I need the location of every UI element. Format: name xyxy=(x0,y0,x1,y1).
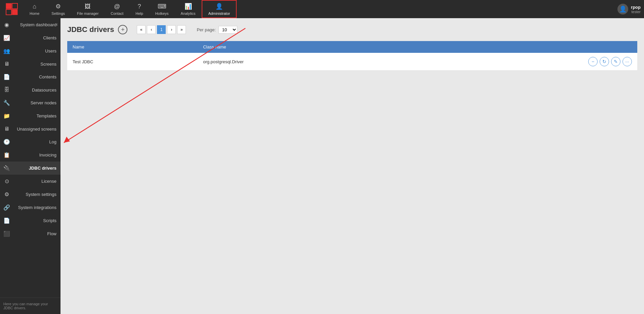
flow-icon: ⬛ xyxy=(3,231,10,237)
sidebar-flow-label: Flow xyxy=(13,231,56,236)
col-name: Name xyxy=(67,41,198,53)
sidebar-templates-label: Templates xyxy=(13,113,56,118)
nav-item-file-manager[interactable]: 🖼 File manager xyxy=(71,0,105,18)
sidebar-collapse-button[interactable]: ‹ xyxy=(56,22,58,27)
svg-rect-1 xyxy=(12,3,17,9)
edit-button[interactable]: ✎ xyxy=(611,57,620,66)
templates-icon: 📁 xyxy=(3,113,10,119)
jdbc-drivers-icon: 🔌 xyxy=(3,165,10,171)
pagination-prev-button[interactable]: ‹ xyxy=(147,25,156,34)
pagination-first-button[interactable]: « xyxy=(137,25,146,34)
page-header: JDBC drivers + « ‹ 1 › » Per page: 10 25… xyxy=(67,25,637,34)
nav-file-manager-label: File manager xyxy=(77,11,98,15)
sidebar-item-flow[interactable]: ⬛ Flow xyxy=(0,227,61,240)
nav-contact-label: Contact xyxy=(111,11,123,15)
scripts-icon: 📄 xyxy=(3,217,10,224)
invoicing-icon: 📋 xyxy=(3,152,10,158)
sidebar-item-screens[interactable]: 🖥 Screens xyxy=(0,58,61,70)
sidebar-users-label: Users xyxy=(13,48,56,54)
sidebar-contents-label: Contents xyxy=(13,74,56,79)
sidebar-invoicing-label: Invoicing xyxy=(13,152,56,158)
sidebar-item-jdbc-drivers[interactable]: 🔌 JDBC drivers xyxy=(0,162,61,175)
help-icon: ? xyxy=(138,3,141,10)
sidebar-item-license[interactable]: ⊙ License xyxy=(0,175,61,188)
sidebar-item-templates[interactable]: 📁 Templates xyxy=(0,109,61,123)
svg-rect-2 xyxy=(6,9,11,15)
nav-item-hotkeys[interactable]: ⌨ Hotkeys xyxy=(149,0,175,18)
user-profile[interactable]: 👤 rpop tester xyxy=(617,4,641,14)
sidebar-item-datasources[interactable]: 🗄 Datasources xyxy=(0,83,61,96)
sidebar-item-system-integrations[interactable]: 🔗 System integrations xyxy=(0,201,61,214)
delete-button[interactable]: − xyxy=(588,57,598,66)
home-icon: ⌂ xyxy=(33,3,36,10)
sidebar-item-clients[interactable]: 📈 Clients xyxy=(0,31,61,44)
svg-marker-5 xyxy=(64,137,70,143)
sidebar-item-system-dashboard[interactable]: ◉ System dashboard xyxy=(0,18,61,31)
nav-item-settings[interactable]: ⚙ Settings xyxy=(45,0,71,18)
pagination-last-button[interactable]: » xyxy=(177,25,186,34)
nav-administrator-label: Administrator xyxy=(208,11,230,15)
cell-actions: − ↻ ✎ ··· xyxy=(411,53,637,71)
users-icon: 👥 xyxy=(3,48,10,54)
nav-settings-label: Settings xyxy=(51,11,65,15)
sidebar-item-unassigned-screens[interactable]: 🖥 Unassigned screens xyxy=(0,123,61,135)
sidebar-system-settings-label: System settings xyxy=(13,192,56,197)
nav-item-analytics[interactable]: 📊 Analytics xyxy=(175,0,202,18)
table-header: Name Class name xyxy=(67,41,637,53)
avatar: 👤 xyxy=(617,4,628,14)
contents-icon: 📄 xyxy=(3,74,10,80)
unassigned-screens-icon: 🖥 xyxy=(3,126,10,132)
per-page-select[interactable]: 10 25 50 100 xyxy=(218,26,237,34)
nav-help-label: Help xyxy=(135,11,143,15)
sidebar: ‹ ◉ System dashboard 📈 Clients 👥 Users 🖥… xyxy=(0,18,61,314)
sidebar-item-log[interactable]: 🕐 Log xyxy=(0,135,61,148)
col-class-name: Class name xyxy=(198,41,411,53)
pagination-current-button[interactable]: 1 xyxy=(157,25,166,34)
pagination: « ‹ 1 › » xyxy=(137,25,186,34)
sidebar-scripts-label: Scripts xyxy=(13,218,56,223)
user-name: rpop xyxy=(631,5,641,10)
sidebar-item-invoicing[interactable]: 📋 Invoicing xyxy=(0,148,61,162)
sidebar-item-scripts[interactable]: 📄 Scripts xyxy=(0,214,61,227)
cell-name: Test JDBC xyxy=(67,53,198,71)
sidebar-log-label: Log xyxy=(13,139,56,144)
server-nodes-icon: 🔧 xyxy=(3,100,10,106)
per-page-control: Per page: 10 25 50 100 xyxy=(197,26,237,34)
more-button[interactable]: ··· xyxy=(622,57,632,66)
nav-items: ⌂ Home ⚙ Settings 🖼 File manager @ Conta… xyxy=(24,0,617,18)
sidebar-screens-label: Screens xyxy=(13,62,56,67)
settings-icon: ⚙ xyxy=(55,3,61,10)
svg-rect-0 xyxy=(6,3,11,9)
sidebar-item-users[interactable]: 👥 Users xyxy=(0,44,61,58)
sidebar-item-system-settings[interactable]: ⚙ System settings xyxy=(0,188,61,201)
nav-item-administrator[interactable]: 👤 Administrator xyxy=(202,0,237,18)
sidebar-item-server-nodes[interactable]: 🔧 Server nodes xyxy=(0,96,61,109)
clients-icon: 📈 xyxy=(3,35,10,41)
nav-item-contact[interactable]: @ Contact xyxy=(105,0,129,18)
refresh-button[interactable]: ↻ xyxy=(600,57,609,66)
nav-item-help[interactable]: ? Help xyxy=(129,0,149,18)
sidebar-clients-label: Clients xyxy=(13,35,56,40)
nav-home-label: Home xyxy=(30,11,39,15)
sidebar-item-contents[interactable]: 📄 Contents xyxy=(0,70,61,83)
svg-rect-3 xyxy=(12,9,17,15)
nav-analytics-label: Analytics xyxy=(181,11,196,15)
screens-icon: 🖥 xyxy=(3,61,10,67)
sidebar-jdbc-drivers-label: JDBC drivers xyxy=(13,166,56,171)
add-jdbc-driver-button[interactable]: + xyxy=(118,25,127,34)
hotkeys-icon: ⌨ xyxy=(158,3,166,10)
nav-hotkeys-label: Hotkeys xyxy=(155,11,169,15)
sidebar-unassigned-screens-label: Unassigned screens xyxy=(13,127,56,132)
nav-item-home[interactable]: ⌂ Home xyxy=(24,0,45,18)
pagination-next-button[interactable]: › xyxy=(167,25,176,34)
page-title: JDBC drivers xyxy=(67,25,114,34)
app-logo[interactable] xyxy=(3,3,20,15)
top-nav: ⌂ Home ⚙ Settings 🖼 File manager @ Conta… xyxy=(0,0,644,18)
jdbc-drivers-table: Name Class name Test JDBC org.postgresql… xyxy=(67,41,637,71)
file-manager-icon: 🖼 xyxy=(85,3,91,10)
user-info: rpop tester xyxy=(631,5,641,14)
per-page-label: Per page: xyxy=(197,27,215,32)
main-layout: ‹ ◉ System dashboard 📈 Clients 👥 Users 🖥… xyxy=(0,18,644,314)
system-integrations-icon: 🔗 xyxy=(3,204,10,211)
sidebar-datasources-label: Datasources xyxy=(13,88,56,93)
